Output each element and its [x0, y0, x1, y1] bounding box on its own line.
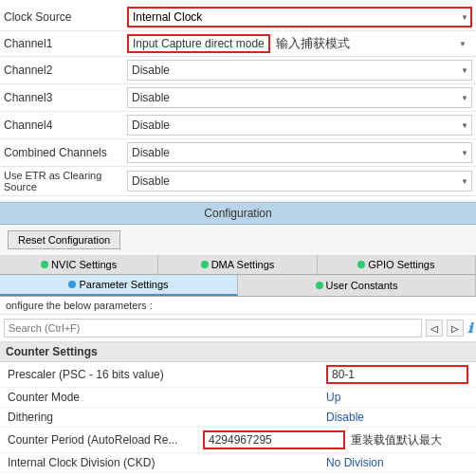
- tabs-row: NVIC Settings DMA Settings GPIO Settings: [0, 255, 476, 275]
- tab-parameter[interactable]: Parameter Settings: [0, 275, 238, 296]
- ckd-value: No Division: [326, 456, 468, 469]
- channel1-label: Channel1: [4, 37, 127, 50]
- reset-area: Reset Configuration: [0, 225, 476, 255]
- combined-select-input[interactable]: Disable: [127, 142, 472, 163]
- channel1-mode-value: Input Capture direct mode: [127, 34, 270, 53]
- combined-label: Combined Channels: [4, 146, 127, 159]
- prescaler-row: Prescaler (PSC - 16 bits value) 80-1: [0, 362, 476, 388]
- channel1-dropdown-arrow: ▼: [453, 40, 472, 48]
- dithering-label: Dithering: [8, 411, 326, 424]
- channel4-select-input[interactable]: Disable: [127, 115, 472, 136]
- counter-period-row: Counter Period (AutoReload Re... 4294967…: [0, 428, 476, 453]
- etr-select[interactable]: Disable: [127, 171, 472, 192]
- reset-config-button[interactable]: Reset Configuration: [8, 230, 120, 249]
- param-dot: [68, 281, 76, 288]
- prescaler-label: Prescaler (PSC - 16 bits value): [8, 368, 326, 381]
- search-input[interactable]: [4, 319, 422, 338]
- channel3-label: Channel3: [4, 91, 127, 104]
- tab-gpio[interactable]: GPIO Settings: [318, 255, 476, 274]
- channel2-select[interactable]: Disable: [127, 60, 472, 81]
- tab-user-constants[interactable]: User Constants: [238, 275, 476, 296]
- combined-select[interactable]: Disable: [127, 142, 472, 163]
- channel1-row: Channel1 Input Capture direct mode 输入捕获模…: [0, 31, 476, 57]
- tab-user-label: User Constants: [326, 280, 398, 291]
- tab-nvic[interactable]: NVIC Settings: [0, 255, 158, 274]
- configure-hint-text: onfigure the below parameters :: [6, 300, 153, 311]
- counter-period-label: Counter Period (AutoReload Re...: [8, 433, 203, 447]
- configuration-bar: Configuration: [0, 202, 476, 225]
- tabs-row-2: Parameter Settings User Constants: [0, 275, 476, 297]
- counter-settings-section: Counter Settings Prescaler (PSC - 16 bit…: [0, 342, 476, 475]
- channel3-row: Channel3 Disable: [0, 84, 476, 112]
- nvic-dot: [41, 261, 48, 268]
- tab-nvic-label: NVIC Settings: [51, 259, 117, 270]
- counter-period-annotation: 重装载值默认最大: [351, 432, 442, 448]
- user-dot: [316, 282, 323, 289]
- channel3-select[interactable]: Disable: [127, 87, 472, 108]
- etr-select-input[interactable]: Disable: [127, 171, 472, 192]
- channel2-label: Channel2: [4, 64, 127, 77]
- counter-mode-label: Counter Mode: [8, 391, 326, 404]
- dithering-value: Disable: [326, 411, 468, 424]
- channel2-row: Channel2 Disable: [0, 57, 476, 84]
- channel2-select-input[interactable]: Disable: [127, 60, 472, 81]
- counter-mode-row: Counter Mode Up: [0, 388, 476, 408]
- clock-source-label: Clock Source: [4, 10, 127, 24]
- channel4-select[interactable]: Disable: [127, 115, 472, 136]
- channel1-value-wrapper: Input Capture direct mode 输入捕获模式: [127, 34, 453, 53]
- info-icon: ℹ: [467, 320, 472, 336]
- etr-row: Use ETR as Clearing Source Disable: [0, 167, 476, 196]
- search-prev-button[interactable]: ◁: [426, 320, 443, 337]
- tab-param-label: Parameter Settings: [79, 279, 168, 290]
- gpio-dot: [357, 261, 365, 268]
- ckd-row: Internal Clock Division (CKD) No Divisio…: [0, 453, 476, 473]
- tab-dma[interactable]: DMA Settings: [158, 255, 317, 274]
- dithering-row: Dithering Disable: [0, 408, 476, 428]
- clock-source-select-wrapper[interactable]: Internal Clock: [127, 7, 472, 27]
- channel4-label: Channel4: [4, 119, 127, 132]
- ckd-label: Internal Clock Division (CKD): [8, 456, 326, 469]
- search-row: ◁ ▷ ℹ: [0, 315, 476, 342]
- tab-gpio-label: GPIO Settings: [368, 259, 434, 270]
- counter-period-value[interactable]: 4294967295: [203, 430, 345, 449]
- combined-row: Combined Channels Disable: [0, 139, 476, 167]
- etr-label: Use ETR as Clearing Source: [4, 170, 127, 192]
- configure-hint: onfigure the below parameters :: [0, 297, 476, 315]
- tab-dma-label: DMA Settings: [211, 259, 275, 270]
- prescaler-value[interactable]: 80-1: [326, 365, 468, 384]
- counter-mode-value: Up: [326, 391, 468, 404]
- clock-source-row: Clock Source Internal Clock: [0, 4, 476, 31]
- counter-section-header: Counter Settings: [0, 342, 476, 362]
- dma-dot: [201, 261, 209, 268]
- channel4-row: Channel4 Disable: [0, 112, 476, 139]
- channel3-select-input[interactable]: Disable: [127, 87, 472, 108]
- channel1-chinese-label: 输入捕获模式: [276, 35, 350, 52]
- search-next-button[interactable]: ▷: [447, 320, 464, 337]
- counter-period-value-wrapper: 4294967295 重装载值默认最大: [203, 430, 468, 449]
- clock-source-value: Internal Clock: [127, 7, 472, 27]
